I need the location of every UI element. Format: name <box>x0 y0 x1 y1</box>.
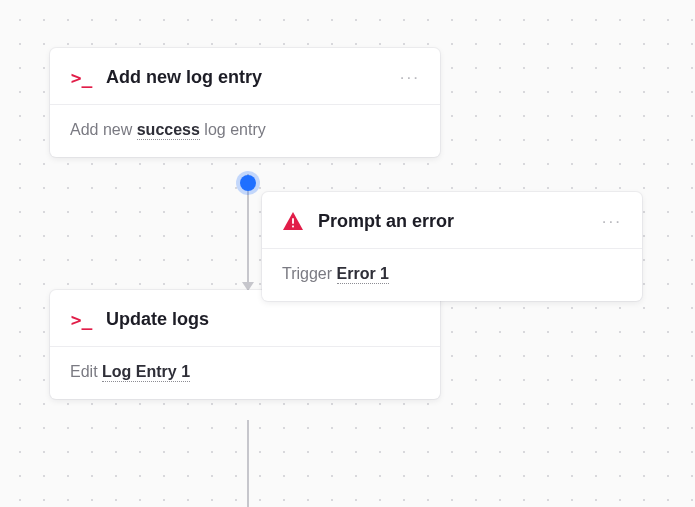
body-text-pre: Edit <box>70 363 102 380</box>
node-menu-button[interactable]: ··· <box>400 69 420 86</box>
node-prompt-error[interactable]: Prompt an error ··· Trigger Error 1 <box>262 192 642 301</box>
terminal-icon: >_ <box>70 66 92 88</box>
node-title: Update logs <box>106 309 420 330</box>
connector-c-down <box>247 420 249 507</box>
body-text-pre: Add new <box>70 121 137 138</box>
body-param[interactable]: Error 1 <box>337 265 389 284</box>
node-title: Add new log entry <box>106 67 386 88</box>
node-menu-button[interactable]: ··· <box>602 213 622 230</box>
body-param[interactable]: Log Entry 1 <box>102 363 190 382</box>
node-body: Edit Log Entry 1 <box>50 347 440 399</box>
node-header: Prompt an error ··· <box>262 192 642 248</box>
node-add-log-entry[interactable]: >_ Add new log entry ··· Add new success… <box>50 48 440 157</box>
body-text-pre: Trigger <box>282 265 337 282</box>
node-header: >_ Add new log entry ··· <box>50 48 440 104</box>
terminal-icon: >_ <box>70 308 92 330</box>
body-text-post: log entry <box>200 121 266 138</box>
svg-rect-0 <box>292 218 294 223</box>
connector-a-to-c <box>247 174 249 290</box>
body-param[interactable]: success <box>137 121 200 140</box>
node-body: Add new success log entry <box>50 105 440 157</box>
node-title: Prompt an error <box>318 211 588 232</box>
node-body: Trigger Error 1 <box>262 249 642 301</box>
warning-icon <box>282 210 304 232</box>
workflow-canvas[interactable]: >_ Add new log entry ··· Add new success… <box>0 0 695 507</box>
svg-rect-1 <box>292 226 294 228</box>
connector-handle[interactable] <box>240 175 256 191</box>
node-update-logs[interactable]: >_ Update logs Edit Log Entry 1 <box>50 290 440 399</box>
